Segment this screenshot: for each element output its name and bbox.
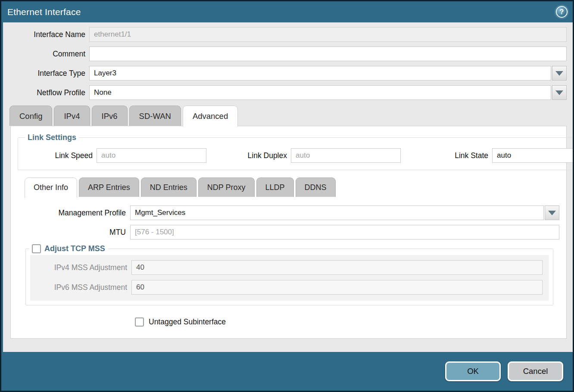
netflow-profile-dropdown-button[interactable] [552,85,567,100]
link-speed-label: Link Speed [22,151,97,160]
tab-sdwan[interactable]: SD-WAN [129,106,181,126]
chevron-down-icon [555,90,563,95]
sub-tabbar: Other Info ARP Entries ND Entries NDP Pr… [25,177,566,197]
management-profile-label: Management Profile [11,208,130,218]
subtab-lldp[interactable]: LLDP [256,177,294,197]
management-profile-combo [130,205,559,220]
untagged-subinterface-label: Untagged Subinterface [149,317,226,327]
adjust-tcp-mss-checkbox[interactable] [32,244,41,253]
subtab-ddns[interactable]: DDNS [296,177,336,197]
comment-row: Comment [3,47,573,61]
ipv6-mss-field [131,280,543,295]
netflow-profile-row: Netflow Profile [3,85,573,100]
dialog-title: Ethernet Interface [7,7,81,17]
link-state-label: Link State [427,151,492,160]
comment-label: Comment [3,50,89,59]
ipv4-mss-label: IPv4 MSS Adjustment [30,263,131,272]
ipv4-mss-field [131,260,543,275]
link-duplex-field[interactable] [291,148,401,163]
link-duplex-label: Link Duplex [226,151,291,160]
subtab-nd-entries[interactable]: ND Entries [141,177,197,197]
adjust-tcp-mss-legend: Adjust TCP MSS [29,244,108,253]
link-speed-field[interactable] [97,148,206,163]
interface-type-combo [89,66,567,81]
ipv6-mss-row: IPv6 MSS Adjustment [30,280,549,295]
netflow-profile-combo [89,85,567,100]
subtab-arp-entries[interactable]: ARP Entries [79,177,139,197]
interface-type-dropdown-button[interactable] [552,66,567,81]
management-profile-dropdown-button[interactable] [545,205,559,220]
dialog-body: Interface Name Comment Interface Type Ne… [3,22,573,352]
interface-name-label: Interface Name [3,30,89,39]
ok-button[interactable]: OK [445,361,501,381]
link-state-field[interactable] [492,148,573,163]
interface-type-label: Interface Type [3,69,89,78]
comment-field[interactable] [89,47,567,61]
dialog-titlebar: Ethernet Interface ? [1,1,573,22]
untagged-subinterface-checkbox[interactable] [135,317,144,327]
interface-type-row: Interface Type [3,66,573,81]
netflow-profile-label: Netflow Profile [3,88,89,97]
adjust-tcp-mss-fieldset: Adjust TCP MSS IPv4 MSS Adjustment IPv6 … [25,244,553,305]
dialog-footer: OK Cancel [1,352,573,391]
link-settings-legend-text: Link Settings [28,133,76,142]
link-settings-row: Link Speed Link Duplex Link State [22,148,573,163]
link-settings-legend: Link Settings [25,133,79,142]
link-state-combo [492,148,573,163]
tab-ipv6[interactable]: IPv6 [92,106,128,126]
interface-type-field[interactable] [89,66,551,81]
mtu-label: MTU [11,228,130,237]
netflow-profile-field[interactable] [89,85,551,100]
ipv6-mss-label: IPv6 MSS Adjustment [30,283,131,292]
advanced-tab-panel: Link Settings Link Speed Link Duplex Lin… [10,126,567,339]
mss-disabled-panel: IPv4 MSS Adjustment IPv6 MSS Adjustment [30,255,549,301]
other-info-panel: Management Profile MTU [11,205,566,327]
ipv4-mss-row: IPv4 MSS Adjustment [30,260,549,275]
chevron-down-icon [555,71,563,76]
subtab-ndp-proxy[interactable]: NDP Proxy [198,177,255,197]
tab-config[interactable]: Config [9,106,52,126]
untagged-subinterface-row: Untagged Subinterface [135,317,566,327]
main-tabbar: Config IPv4 IPv6 SD-WAN Advanced [9,106,573,126]
mtu-row: MTU [11,225,566,240]
interface-name-field [89,27,567,42]
interface-name-row: Interface Name [3,27,573,42]
management-profile-row: Management Profile [11,205,566,220]
mtu-field[interactable] [130,225,559,240]
chevron-down-icon [548,211,556,215]
ethernet-interface-dialog: Ethernet Interface ? Interface Name Comm… [0,0,574,392]
subtab-other-info[interactable]: Other Info [25,177,77,198]
cancel-button[interactable]: Cancel [508,361,563,381]
help-icon[interactable]: ? [556,6,568,18]
tab-ipv4[interactable]: IPv4 [54,106,90,126]
adjust-tcp-mss-legend-text: Adjust TCP MSS [44,244,105,253]
management-profile-field[interactable] [130,205,544,220]
tab-advanced[interactable]: Advanced [183,106,238,127]
link-settings-fieldset: Link Settings Link Speed Link Duplex Lin… [18,133,573,170]
